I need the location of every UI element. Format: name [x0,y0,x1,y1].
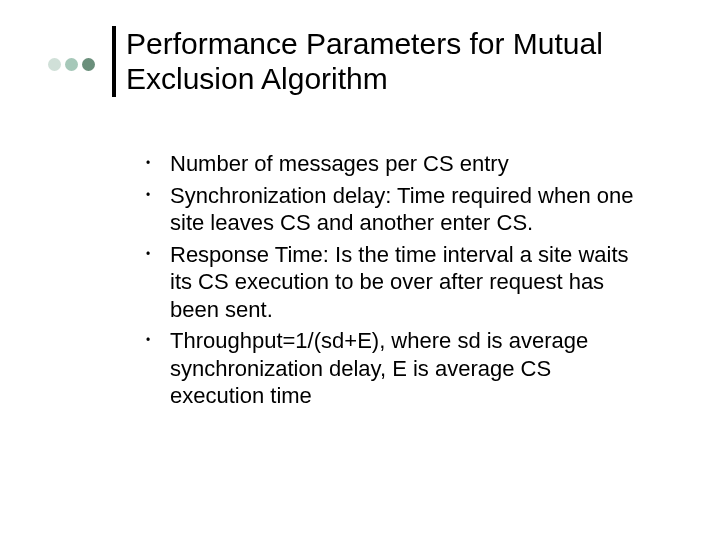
title-accent-bar [112,26,116,97]
bullet-list: Number of messages per CS entry Synchron… [140,150,650,410]
list-item: Synchronization delay: Time required whe… [140,182,650,237]
title-block: Performance Parameters for Mutual Exclus… [112,26,646,97]
dot-icon [48,58,61,71]
list-item: Throughput=1/(sd+E), where sd is average… [140,327,650,410]
dot-icon [65,58,78,71]
list-item: Response Time: Is the time interval a si… [140,241,650,324]
slide-title: Performance Parameters for Mutual Exclus… [126,26,646,97]
decorative-dots [48,58,95,71]
list-item: Number of messages per CS entry [140,150,650,178]
slide: Performance Parameters for Mutual Exclus… [0,0,720,540]
dot-icon [82,58,95,71]
slide-body: Number of messages per CS entry Synchron… [140,150,650,414]
